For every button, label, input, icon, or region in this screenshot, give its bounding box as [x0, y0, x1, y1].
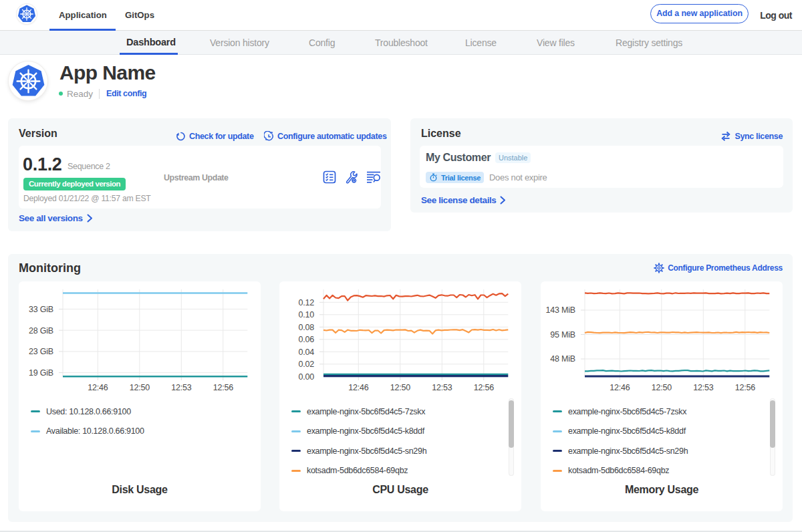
svg-text:0.08: 0.08 [298, 323, 314, 332]
svg-text:12:56: 12:56 [213, 383, 234, 392]
svg-text:0.06: 0.06 [298, 335, 314, 344]
svg-text:12:50: 12:50 [652, 383, 672, 392]
svg-text:95 MiB: 95 MiB [550, 330, 575, 340]
svg-text:12:46: 12:46 [88, 383, 108, 392]
svg-text:12:46: 12:46 [610, 383, 630, 392]
svg-text:28 GiB: 28 GiB [29, 326, 53, 336]
svg-text:12:46: 12:46 [348, 383, 369, 392]
svg-text:0.10: 0.10 [298, 310, 314, 319]
svg-text:12:53: 12:53 [432, 383, 452, 392]
svg-text:0.04: 0.04 [298, 348, 314, 357]
svg-text:0.02: 0.02 [298, 360, 314, 369]
svg-text:19 GiB: 19 GiB [29, 368, 53, 378]
svg-text:12:53: 12:53 [693, 383, 714, 392]
svg-text:0.00: 0.00 [298, 372, 314, 382]
svg-text:0.12: 0.12 [298, 298, 314, 307]
svg-text:12:50: 12:50 [130, 383, 150, 392]
svg-text:23 GiB: 23 GiB [29, 347, 53, 356]
svg-text:33 GiB: 33 GiB [29, 305, 53, 314]
svg-text:48 MiB: 48 MiB [550, 354, 575, 364]
svg-text:12:53: 12:53 [171, 383, 192, 392]
svg-text:12:56: 12:56 [474, 383, 495, 392]
svg-text:12:56: 12:56 [735, 383, 756, 392]
svg-text:12:50: 12:50 [390, 383, 411, 392]
svg-text:143 MiB: 143 MiB [546, 305, 575, 315]
